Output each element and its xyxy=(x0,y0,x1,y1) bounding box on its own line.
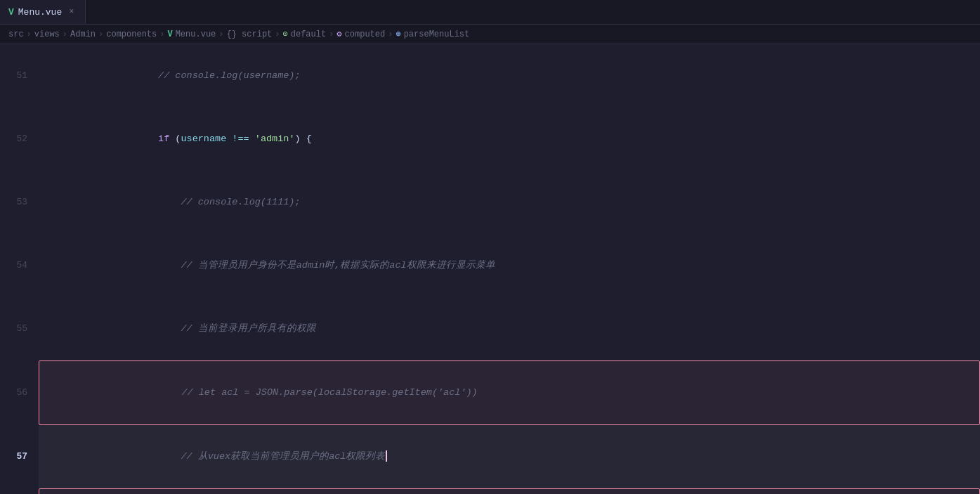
bc-sep-1: › xyxy=(27,30,32,39)
bc-sep-7: › xyxy=(329,30,334,39)
line-content-53: // console.log(1111); xyxy=(39,171,980,234)
bc-src: src xyxy=(8,30,24,39)
bc-views: views xyxy=(34,30,60,39)
bc-sep-4: › xyxy=(159,30,164,39)
bc-default: default xyxy=(291,30,326,39)
bc-components: components xyxy=(106,30,157,39)
bc-computed-icon: ⚙ xyxy=(337,29,341,39)
line-57: 57 // 从vuex获取当前管理员用户的acl权限列表 xyxy=(0,425,980,488)
line-51: 51 // console.log(username); xyxy=(0,44,980,108)
line-54: 54 // 当管理员用户身份不是admin时,根据实际的acl权限来进行显示菜单 xyxy=(0,234,980,297)
line-content-55: // 当前登录用户所具有的权限 xyxy=(39,297,980,360)
editor: 51 // console.log(username); 52 if (user… xyxy=(0,44,980,494)
line-53: 53 // console.log(1111); xyxy=(0,171,980,234)
bc-default-icon: ⊙ xyxy=(283,29,288,39)
bc-sep-3: › xyxy=(98,30,103,39)
line-58: 58 let acl = this.$store.state.userInfo.… xyxy=(0,488,980,494)
tab-close-button[interactable]: × xyxy=(66,6,77,18)
line-content-57: // 从vuex获取当前管理员用户的acl权限列表 xyxy=(39,425,980,488)
vue-icon: V xyxy=(8,7,14,18)
line-content-51: // console.log(username); xyxy=(39,44,980,108)
line-number-55: 55 xyxy=(0,318,39,339)
tab-filename: Menu.vue xyxy=(18,7,62,18)
bc-parsemenulist-icon: ⊛ xyxy=(396,29,400,39)
text-cursor xyxy=(386,450,387,462)
line-56: 56 // let acl = JSON.parse(localStorage.… xyxy=(0,360,980,425)
bc-sep-8: › xyxy=(388,30,393,39)
bc-computed: computed xyxy=(345,30,386,39)
bc-parsemenulist: parseMenuList xyxy=(404,30,470,39)
bc-menu-vue: Menu.vue xyxy=(176,30,216,39)
line-number-56: 56 xyxy=(0,382,39,403)
line-number-54: 54 xyxy=(0,255,39,276)
code-area: 51 // console.log(username); 52 if (user… xyxy=(0,44,980,494)
bc-sep-6: › xyxy=(275,30,280,39)
tab-bar: V Menu.vue × xyxy=(0,0,980,25)
bc-admin: Admin xyxy=(70,30,96,39)
line-52: 52 if (username !== 'admin') { xyxy=(0,108,980,171)
bc-vue-icon: V xyxy=(167,30,172,39)
line-number-53: 53 xyxy=(0,192,39,213)
line-content-58: let acl = this.$store.state.userInfo.acl… xyxy=(39,488,980,494)
bc-script: {} script xyxy=(226,30,272,39)
line-55: 55 // 当前登录用户所具有的权限 xyxy=(0,297,980,360)
line-content-54: // 当管理员用户身份不是admin时,根据实际的acl权限来进行显示菜单 xyxy=(39,234,980,297)
line-content-56: // let acl = JSON.parse(localStorage.get… xyxy=(39,360,980,425)
bc-sep-5: › xyxy=(218,30,223,39)
bc-sep-2: › xyxy=(63,30,67,39)
line-number-51: 51 xyxy=(0,65,39,86)
tab-menu-vue[interactable]: V Menu.vue × xyxy=(0,0,86,24)
line-number-52: 52 xyxy=(0,129,39,150)
line-content-52: if (username !== 'admin') { xyxy=(39,108,980,171)
breadcrumb: src › views › Admin › components › V Men… xyxy=(0,25,980,44)
line-number-57: 57 xyxy=(0,446,39,467)
